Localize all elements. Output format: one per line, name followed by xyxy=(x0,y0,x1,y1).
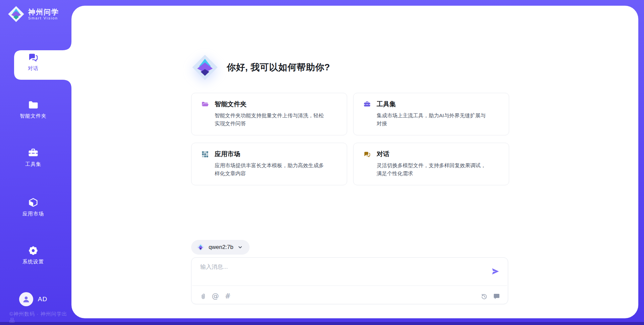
bottom-strip xyxy=(0,322,644,325)
main-panel: 你好, 我可以如何帮助你? 智能文件夹 智能文件夹功能支持批量文件上传与清洗，轻… xyxy=(71,6,638,318)
send-icon xyxy=(491,267,500,276)
feature-cards: 智能文件夹 智能文件夹功能支持批量文件上传与清洗，轻松实现文件问答 工具集 集成… xyxy=(191,93,509,185)
sidebar-item-label: 智能文件夹 xyxy=(20,113,47,119)
paperclip-icon xyxy=(200,293,207,300)
composer-toolbar: @ # xyxy=(199,290,500,302)
folder-open-icon xyxy=(201,101,209,108)
at-sign-icon: @ xyxy=(212,293,219,300)
sidebar-item-app-market[interactable]: 应用市场 xyxy=(0,197,66,217)
card-smart-folder[interactable]: 智能文件夹 智能文件夹功能支持批量文件上传与清洗，轻松实现文件问答 xyxy=(191,93,347,135)
gear-icon xyxy=(28,245,39,256)
sidebar-item-chat[interactable]: 对话 xyxy=(0,52,66,72)
model-name: qwen2:7b xyxy=(209,244,233,251)
card-title: 智能文件夹 xyxy=(215,100,247,109)
sidebar: 神州问学 Smart Vision 对话 智能文件夹 工具集 xyxy=(0,0,71,325)
chat-bubbles-icon xyxy=(363,150,371,158)
history-button[interactable] xyxy=(480,292,488,300)
hashtag-button[interactable]: # xyxy=(224,292,232,300)
grid-icon xyxy=(201,150,209,158)
sidebar-item-label: 对话 xyxy=(28,65,39,72)
cube-icon xyxy=(28,197,39,208)
hash-icon: # xyxy=(225,293,231,300)
model-selector[interactable]: qwen2:7b xyxy=(191,240,250,255)
sidebar-item-label: 系统设置 xyxy=(22,259,44,265)
chevron-down-icon xyxy=(237,245,243,250)
card-title: 工具集 xyxy=(377,100,396,109)
new-chat-button[interactable] xyxy=(492,292,500,300)
card-title: 应用市场 xyxy=(215,150,240,158)
card-toolset[interactable]: 工具集 集成市场上主流工具，助力AI与外界无缝扩展与对接 xyxy=(353,93,509,135)
model-diamond-icon xyxy=(197,243,205,251)
history-clock-icon xyxy=(481,293,488,300)
sidebar-item-label: 工具集 xyxy=(25,161,41,168)
toolbox-icon xyxy=(28,147,39,159)
card-chat[interactable]: 对话 灵活切换多模型文件，支持多样回复效果调试，满足个性化需求 xyxy=(353,143,509,185)
mention-button[interactable]: @ xyxy=(211,292,219,300)
brand-name: 神州问学 xyxy=(28,8,59,16)
chat-bubbles-icon xyxy=(28,52,39,63)
sidebar-item-settings[interactable]: 系统设置 xyxy=(0,245,66,265)
toolbox-icon xyxy=(363,101,371,108)
attach-file-button[interactable] xyxy=(199,292,207,300)
sidebar-item-toolset[interactable]: 工具集 xyxy=(0,147,66,168)
card-title: 对话 xyxy=(377,150,389,158)
greeting: 你好, 我可以如何帮助你? xyxy=(191,54,330,81)
brand-diamond-logo xyxy=(7,5,25,23)
comment-filled-icon xyxy=(493,293,500,300)
sidebar-item-smart-folder[interactable]: 智能文件夹 xyxy=(0,99,66,119)
sidebar-footer-text: ©神州数码 · 神州问学出品 xyxy=(9,311,71,324)
card-description: 集成市场上主流工具，助力AI与外界无缝扩展与对接 xyxy=(377,112,499,128)
brand-diamond-logo xyxy=(191,54,219,81)
card-description: 灵活切换多模型文件，支持多样回复效果调试，满足个性化需求 xyxy=(377,161,499,178)
user-name: AD xyxy=(38,296,47,303)
greeting-text: 你好, 我可以如何帮助你? xyxy=(227,61,330,73)
card-app-market[interactable]: 应用市场 应用市场提供丰富长文本模板，助力高效生成多样化文章内容 xyxy=(191,143,347,185)
brand-subtitle: Smart Vision xyxy=(28,16,59,20)
message-composer: @ # xyxy=(191,257,508,304)
avatar xyxy=(19,292,33,306)
brand: 神州问学 Smart Vision xyxy=(7,5,59,23)
card-description: 应用市场提供丰富长文本模板，助力高效生成多样化文章内容 xyxy=(215,161,337,178)
composer-divider xyxy=(192,285,507,286)
message-input[interactable] xyxy=(200,263,482,282)
card-description: 智能文件夹功能支持批量文件上传与清洗，轻松实现文件问答 xyxy=(215,112,337,128)
folder-icon xyxy=(28,99,39,111)
send-button[interactable] xyxy=(491,267,500,276)
sidebar-item-label: 应用市场 xyxy=(22,211,44,217)
person-icon xyxy=(22,295,31,304)
user-profile[interactable]: AD xyxy=(0,292,66,306)
